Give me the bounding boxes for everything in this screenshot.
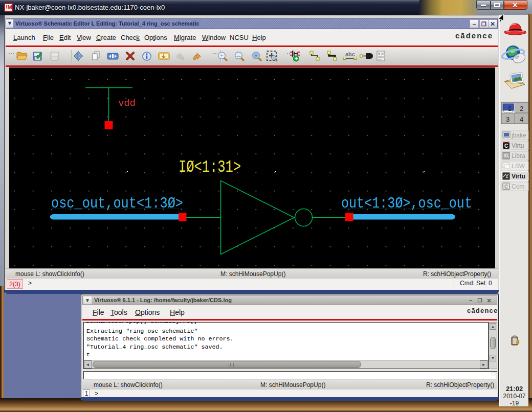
svg-text:4: 4: [520, 116, 523, 123]
svg-text:C: C: [504, 143, 508, 149]
svg-text:Libra: Libra: [512, 152, 525, 159]
svg-text:Com: Com: [512, 183, 524, 190]
svg-text:IØ<1:31>: IØ<1:31>: [179, 157, 241, 177]
svg-text:osc_out,out<1:3Ø>: osc_out,out<1:3Ø>: [51, 195, 183, 212]
svg-text:2: 2: [520, 105, 523, 112]
svg-text:C: C: [504, 184, 508, 190]
svg-text:vdd: vdd: [118, 98, 136, 109]
svg-text:out<1:3Ø>,osc_out: out<1:3Ø>,osc_out: [341, 195, 472, 212]
svg-text:Virtu: Virtu: [512, 142, 524, 149]
svg-text:abc: abc: [345, 51, 355, 57]
svg-text:3: 3: [506, 116, 509, 123]
svg-text:LSW: LSW: [512, 163, 525, 170]
svg-text:Virtu: Virtu: [512, 173, 525, 180]
svg-text:jbake: jbake: [511, 132, 526, 139]
svg-text:1: 1: [508, 105, 512, 112]
